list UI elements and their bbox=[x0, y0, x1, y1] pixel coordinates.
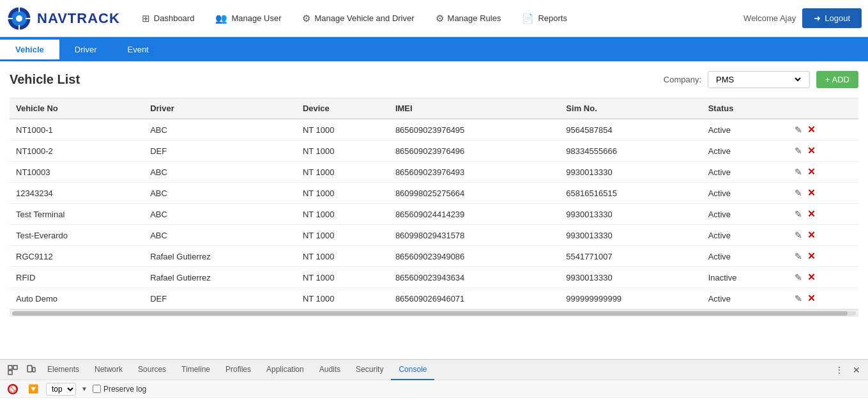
col-driver: Driver bbox=[144, 98, 296, 119]
cell-imei: 860998029431578 bbox=[389, 225, 560, 246]
cell-vehicle-no: Auto Demo bbox=[10, 288, 144, 309]
col-device: Device bbox=[296, 98, 389, 119]
content-header: Vehicle List Company: PMS + ADD bbox=[10, 71, 858, 88]
edit-icon[interactable]: ✎ bbox=[795, 251, 802, 261]
cell-actions: ✎ ✕ bbox=[788, 162, 858, 183]
cell-status: Active bbox=[702, 162, 788, 183]
cell-vehicle-no: NT10003 bbox=[10, 162, 144, 183]
edit-icon[interactable]: ✎ bbox=[795, 293, 802, 304]
vehicle-table-scroll[interactable]: Vehicle No Driver Device IMEI Sim No. St… bbox=[10, 98, 858, 309]
tab-bar: Vehicle Driver Event bbox=[0, 37, 868, 61]
edit-icon[interactable]: ✎ bbox=[795, 272, 802, 282]
company-select-wrapper: PMS bbox=[708, 71, 810, 88]
edit-icon[interactable]: ✎ bbox=[795, 167, 802, 177]
col-imei: IMEI bbox=[389, 98, 560, 119]
logout-arrow-icon: ➜ bbox=[814, 13, 821, 23]
nav-manage-vehicle[interactable]: ⚙ Manage Vehicle and Driver bbox=[293, 9, 423, 28]
col-sim: Sim No. bbox=[560, 98, 701, 119]
cell-actions: ✎ ✕ bbox=[788, 119, 858, 141]
cell-device: NT 1000 bbox=[296, 225, 389, 246]
tab-vehicle[interactable]: Vehicle bbox=[0, 40, 59, 59]
add-vehicle-button[interactable]: + ADD bbox=[816, 71, 858, 88]
svg-point-2 bbox=[16, 15, 22, 22]
cell-vehicle-no: RGC9112 bbox=[10, 246, 144, 267]
cell-driver: Rafael Gutierrez bbox=[144, 267, 296, 288]
cell-device: NT 1000 bbox=[296, 204, 389, 225]
company-label: Company: bbox=[664, 75, 701, 84]
edit-icon[interactable]: ✎ bbox=[795, 125, 802, 135]
company-select[interactable]: PMS bbox=[713, 74, 803, 85]
cell-imei: 865609023976495 bbox=[389, 119, 560, 141]
delete-icon[interactable]: ✕ bbox=[807, 166, 816, 178]
horizontal-scrollbar[interactable] bbox=[10, 309, 858, 317]
cell-actions: ✎ ✕ bbox=[788, 204, 858, 225]
navbar: NAVTRACK ⊞ Dashboard 👥 Manage User ⚙ Man… bbox=[0, 0, 868, 37]
cell-actions: ✎ ✕ bbox=[788, 246, 858, 267]
cell-sim: 9930013330 bbox=[560, 204, 701, 225]
cell-imei: 865609023949086 bbox=[389, 246, 560, 267]
cell-vehicle-no: RFID bbox=[10, 267, 144, 288]
cell-sim: 9930013330 bbox=[560, 225, 701, 246]
cell-driver: ABC bbox=[144, 162, 296, 183]
cell-vehicle-no: NT1000-2 bbox=[10, 141, 144, 162]
table-row: 12343234 ABC NT 1000 860998025275664 658… bbox=[10, 183, 858, 204]
cell-status: Active bbox=[702, 204, 788, 225]
tab-driver[interactable]: Driver bbox=[59, 40, 112, 59]
vehicle-table: Vehicle No Driver Device IMEI Sim No. St… bbox=[10, 98, 858, 309]
delete-icon[interactable]: ✕ bbox=[807, 250, 816, 262]
delete-icon[interactable]: ✕ bbox=[807, 229, 816, 241]
nav-links: ⊞ Dashboard 👥 Manage User ⚙ Manage Vehic… bbox=[133, 9, 743, 28]
delete-icon[interactable]: ✕ bbox=[807, 145, 816, 157]
cell-actions: ✎ ✕ bbox=[788, 225, 858, 246]
edit-icon[interactable]: ✎ bbox=[795, 209, 802, 219]
cell-sim: 9930013330 bbox=[560, 162, 701, 183]
nav-right: Welcome Ajay ➜ Logout bbox=[743, 8, 862, 28]
cell-status: Active bbox=[702, 141, 788, 162]
cell-status: Active bbox=[702, 225, 788, 246]
cell-imei: 865609023943634 bbox=[389, 267, 560, 288]
cell-vehicle-no: Test-Everardo bbox=[10, 225, 144, 246]
cell-actions: ✎ ✕ bbox=[788, 141, 858, 162]
table-header-row: Vehicle No Driver Device IMEI Sim No. St… bbox=[10, 98, 858, 119]
cell-device: NT 1000 bbox=[296, 267, 389, 288]
cell-status: Inactive bbox=[702, 267, 788, 288]
nav-reports[interactable]: 📄 Reports bbox=[513, 9, 576, 28]
page-title: Vehicle List bbox=[10, 72, 80, 87]
cell-device: NT 1000 bbox=[296, 246, 389, 267]
vehicle-table-body: NT1000-1 ABC NT 1000 865609023976495 956… bbox=[10, 119, 858, 309]
cell-driver: Rafael Gutierrez bbox=[144, 246, 296, 267]
edit-icon[interactable]: ✎ bbox=[795, 146, 802, 156]
cell-device: NT 1000 bbox=[296, 141, 389, 162]
cell-imei: 865609026946071 bbox=[389, 288, 560, 309]
table-row: RFID Rafael Gutierrez NT 1000 8656090239… bbox=[10, 267, 858, 288]
nav-manage-user[interactable]: 👥 Manage User bbox=[206, 9, 290, 28]
edit-icon[interactable]: ✎ bbox=[795, 188, 802, 198]
cell-status: Active bbox=[702, 288, 788, 309]
edit-icon[interactable]: ✎ bbox=[795, 230, 802, 240]
delete-icon[interactable]: ✕ bbox=[807, 272, 816, 283]
welcome-text: Welcome Ajay bbox=[743, 13, 796, 23]
navtrack-logo-icon bbox=[6, 6, 32, 31]
tab-event[interactable]: Event bbox=[112, 40, 164, 59]
nav-manage-rules[interactable]: ⚙ Manage Rules bbox=[427, 9, 510, 28]
cell-driver: DEF bbox=[144, 288, 296, 309]
nav-dashboard[interactable]: ⊞ Dashboard bbox=[133, 9, 204, 28]
delete-icon[interactable]: ✕ bbox=[807, 124, 816, 135]
cell-sim: 999999999999 bbox=[560, 288, 701, 309]
table-row: Auto Demo DEF NT 1000 865609026946071 99… bbox=[10, 288, 858, 309]
cell-vehicle-no: Test Terminal bbox=[10, 204, 144, 225]
table-row: NT1000-1 ABC NT 1000 865609023976495 956… bbox=[10, 119, 858, 141]
cell-device: NT 1000 bbox=[296, 162, 389, 183]
cell-vehicle-no: 12343234 bbox=[10, 183, 144, 204]
delete-icon[interactable]: ✕ bbox=[807, 293, 816, 304]
scrollbar-thumb bbox=[12, 311, 848, 316]
cell-status: Active bbox=[702, 246, 788, 267]
cell-imei: 865609024414239 bbox=[389, 204, 560, 225]
logout-button[interactable]: ➜ Logout bbox=[802, 8, 862, 28]
delete-icon[interactable]: ✕ bbox=[807, 187, 816, 199]
manage-vehicle-icon: ⚙ bbox=[302, 13, 310, 24]
table-row: NT10003 ABC NT 1000 865609023976493 9930… bbox=[10, 162, 858, 183]
cell-status: Active bbox=[702, 119, 788, 141]
logo-text: NAVTRACK bbox=[37, 10, 120, 27]
delete-icon[interactable]: ✕ bbox=[807, 208, 816, 220]
